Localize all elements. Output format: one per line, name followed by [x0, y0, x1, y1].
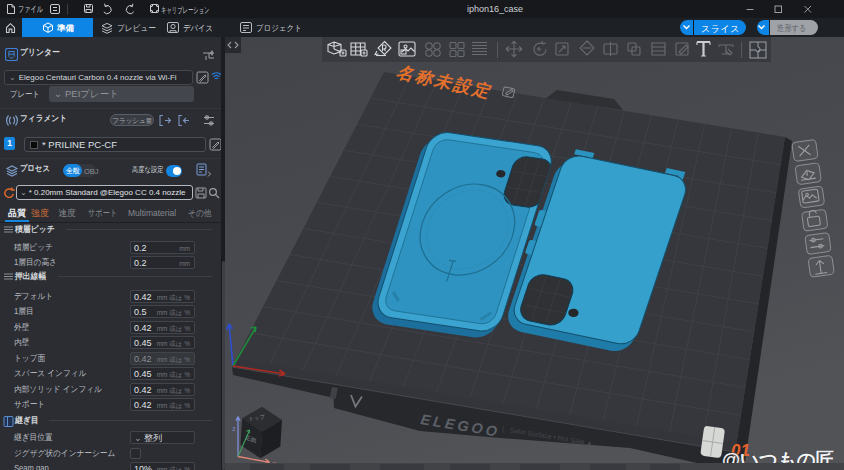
svg-text:z: z	[232, 425, 235, 432]
